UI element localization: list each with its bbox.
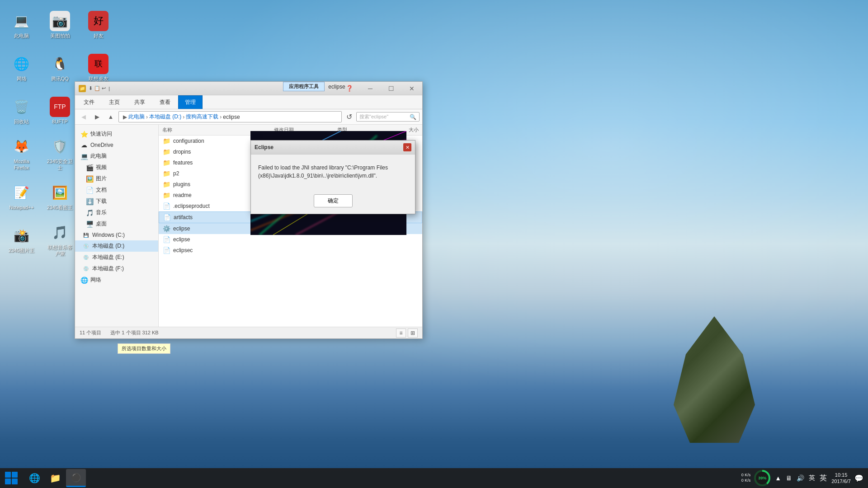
taskbar-item-edge[interactable]: 🌐 bbox=[24, 469, 44, 487]
file-row-eclipsec[interactable]: 📄 eclipsec bbox=[159, 245, 422, 256]
tab-share[interactable]: 共享 bbox=[127, 95, 152, 109]
e-drive-icon: 💿 bbox=[82, 254, 90, 261]
dialog-titlebar: Eclipse ✕ bbox=[251, 141, 415, 155]
desktop-icon-photo2345[interactable]: 📸 2345图片王 bbox=[5, 219, 38, 260]
taskbar: 🌐 📁 ⚫ 0 K/s 0 K/s 39% ▲ 🖥 bbox=[0, 468, 868, 488]
back-button[interactable]: ◀ bbox=[78, 112, 90, 122]
desktop-icon-qq[interactable]: 🐧 腾讯QQ bbox=[43, 47, 77, 88]
path-part-eclipse: eclipse bbox=[223, 114, 240, 120]
sidebar-item-network[interactable]: 🌐 网络 bbox=[75, 274, 158, 286]
sidebar-item-video[interactable]: 🎬 视频 bbox=[75, 162, 158, 173]
desktop-icon-security[interactable]: 🛡️ 2345安全卫士 bbox=[43, 133, 77, 174]
taskbar-item-eclipse[interactable]: ⚫ bbox=[66, 469, 86, 487]
search-box[interactable]: 搜索"eclipse" 🔍 bbox=[356, 112, 420, 122]
path-part-computer[interactable]: 此电脑 bbox=[128, 113, 145, 121]
language-icon[interactable]: 英 bbox=[819, 473, 828, 484]
sidebar-label: 本地磁盘 (E:) bbox=[92, 253, 124, 261]
maximize-button[interactable]: ☐ bbox=[381, 82, 401, 95]
tab-home[interactable]: 主页 bbox=[102, 95, 127, 109]
dialog-footer: 确定 bbox=[251, 191, 415, 214]
sidebar-item-onedrive[interactable]: ☁ OneDrive bbox=[75, 140, 158, 150]
sidebar-item-music[interactable]: 🎵 音乐 bbox=[75, 207, 158, 218]
sidebar-label: 文档 bbox=[96, 186, 107, 194]
document-icon: 📄 bbox=[86, 187, 93, 194]
folder-icon: 📁 bbox=[162, 191, 170, 199]
upload-speed: 0 K/s bbox=[741, 473, 751, 478]
sidebar-item-d-drive[interactable]: 💿 本地磁盘 (D:) bbox=[75, 240, 158, 252]
sidebar-label-onedrive: OneDrive bbox=[90, 142, 113, 148]
refresh-button[interactable]: ↺ bbox=[344, 112, 354, 122]
desktop-icon-friend-app[interactable]: 好 好友 bbox=[81, 5, 115, 45]
desktop-icon-firefox[interactable]: 🦊 Mozilla Firefox bbox=[5, 133, 38, 174]
desktop-icon-photo-app[interactable]: 📷 美图拍拍 bbox=[43, 5, 77, 45]
file-icon: 📄 bbox=[162, 235, 170, 244]
system-clock[interactable]: 10:15 2017/6/7 bbox=[831, 472, 851, 485]
file-name: eclipsec bbox=[173, 247, 419, 253]
tray-sound[interactable]: 🔊 bbox=[796, 474, 805, 483]
desktop-icon-network[interactable]: 🌐 网络 bbox=[5, 47, 38, 88]
photo2345-icon: 📸 bbox=[11, 225, 32, 246]
start-button[interactable] bbox=[0, 468, 23, 488]
up-button[interactable]: ▲ bbox=[105, 112, 117, 122]
download-icon: ⬇️ bbox=[86, 198, 93, 205]
desktop-icon-image[interactable]: 🖼️ 2345看图王 bbox=[43, 176, 77, 217]
cpu-indicator[interactable]: 39% bbox=[754, 470, 770, 486]
status-bar: 11 个项目 选中 1 个项目 312 KB ≡ ⊞ bbox=[75, 327, 422, 338]
clock-date: 2017/6/7 bbox=[831, 478, 851, 484]
sidebar-item-document[interactable]: 📄 文档 bbox=[75, 184, 158, 196]
explorer-titlebar: 📁 ⬇ 📋 ↩ | 应用程序工具 eclipse ❓ ─ ☐ ✕ bbox=[75, 82, 422, 95]
desktop-icon-label: 2345看图王 bbox=[47, 205, 73, 211]
path-separator: ▶ bbox=[123, 114, 127, 120]
list-view-button[interactable]: ⊞ bbox=[408, 328, 418, 338]
music-icon: 🎵 bbox=[50, 222, 70, 243]
sidebar-item-f-drive[interactable]: 💿 本地磁盘 (F:) bbox=[75, 263, 158, 274]
path-part-download[interactable]: 搜狗高速下载 bbox=[186, 113, 218, 121]
sidebar-item-picture[interactable]: 🖼️ 图片 bbox=[75, 173, 158, 184]
sidebar-item-c-drive[interactable]: 💾 Windows (C:) bbox=[75, 230, 158, 240]
input-method-indicator[interactable]: 英 bbox=[809, 474, 815, 482]
desktop-icon-notepadpp[interactable]: 📝 Notepad++ bbox=[5, 176, 38, 217]
sidebar-label: 视频 bbox=[96, 164, 107, 171]
sidebar-label: 音乐 bbox=[96, 209, 107, 216]
tab-view[interactable]: 查看 bbox=[153, 95, 177, 109]
notepadpp-icon: 📝 bbox=[11, 183, 32, 203]
edge-taskbar-icon: 🌐 bbox=[29, 473, 40, 483]
sidebar-item-quick-access[interactable]: ⭐ 快速访问 bbox=[75, 128, 158, 140]
onedrive-icon: ☁ bbox=[80, 141, 88, 149]
close-button[interactable]: ✕ bbox=[401, 82, 422, 95]
recycle-icon: 🗑️ bbox=[11, 97, 32, 117]
sidebar-item-this-pc[interactable]: 💻 此电脑 bbox=[75, 150, 158, 162]
folder-icon: 📁 bbox=[162, 137, 170, 145]
dialog-confirm-button[interactable]: 确定 bbox=[314, 194, 353, 207]
desktop-icon-label: 2345安全卫士 bbox=[45, 159, 75, 170]
forward-button[interactable]: ▶ bbox=[91, 112, 103, 122]
desktop-icon-ftp[interactable]: FTP 8UFTP bbox=[43, 90, 77, 131]
sidebar-item-desktop[interactable]: 🖥️ 桌面 bbox=[75, 218, 158, 230]
tab-file[interactable]: 文件 bbox=[77, 95, 101, 109]
details-view-button[interactable]: ≡ bbox=[396, 328, 406, 338]
address-path[interactable]: ▶ 此电脑 › 本地磁盘 (D:) › 搜狗高速下载 › eclipse bbox=[118, 111, 342, 122]
desktop-icon-my-computer[interactable]: 💻 此电脑 bbox=[5, 5, 38, 45]
sidebar-item-e-drive[interactable]: 💿 本地磁盘 (E:) bbox=[75, 252, 158, 263]
desktop-icon-music[interactable]: 🎵 联想音乐客户家 bbox=[43, 219, 77, 260]
status-tooltip: 所选项目数量和大小 bbox=[118, 343, 170, 354]
desktop-icon-label: 腾讯QQ bbox=[51, 76, 69, 82]
image-icon: 🖼️ bbox=[50, 183, 70, 203]
sidebar-item-download[interactable]: ⬇️ 下载 bbox=[75, 196, 158, 207]
tab-manage[interactable]: 管理 bbox=[178, 95, 203, 109]
exe-icon: ⚙️ bbox=[162, 225, 170, 233]
dialog-close-button[interactable]: ✕ bbox=[403, 143, 411, 151]
qq-icon: 🐧 bbox=[50, 54, 70, 74]
search-placeholder: 搜索"eclipse" bbox=[359, 113, 388, 120]
friend-icon: 好 bbox=[88, 11, 108, 31]
tray-network[interactable]: 🖥 bbox=[785, 474, 793, 483]
file-icon: 📄 bbox=[163, 213, 171, 221]
path-part-d[interactable]: 本地磁盘 (D:) bbox=[149, 113, 181, 121]
file-row-eclipse-file[interactable]: 📄 eclipse bbox=[159, 234, 422, 245]
tray-chevron[interactable]: ▲ bbox=[774, 474, 782, 483]
action-center-button[interactable]: 💬 bbox=[854, 474, 863, 483]
desktop-icon-label: 此电脑 bbox=[14, 33, 29, 39]
sidebar-label: 网络 bbox=[90, 276, 101, 284]
taskbar-item-explorer[interactable]: 📁 bbox=[45, 469, 65, 487]
desktop-icon-recycle[interactable]: 🗑️ 回收站 bbox=[5, 90, 38, 131]
